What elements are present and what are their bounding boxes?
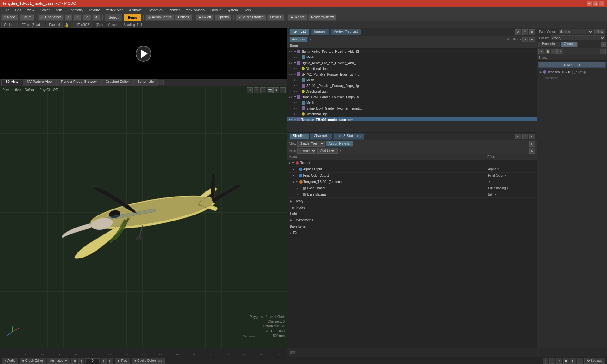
viewport-lock-icon[interactable]: ■ — [273, 87, 279, 93]
filter-settings-icon[interactable]: S — [522, 37, 528, 42]
options3-button[interactable]: Options — [267, 14, 284, 21]
transport-icon-2[interactable]: ⏮ — [549, 358, 555, 364]
menu-animate[interactable]: Animate — [126, 8, 144, 13]
viewport-zoom-fit-icon[interactable]: □ — [260, 87, 266, 93]
options-sub-button[interactable]: Options — [1, 22, 18, 28]
model-mode-button[interactable]: □ Model — [1, 14, 18, 21]
panel-filter-icon[interactable]: F — [529, 29, 535, 35]
shader-alpha-output[interactable]: ● Alpha Output Alpha ▼ — [287, 166, 537, 173]
falloff-button[interactable]: ◆ Falloff — [196, 14, 214, 21]
close-button[interactable]: ✕ — [599, 1, 604, 6]
tree-item[interactable]: ● ● Mesh — [287, 77, 537, 83]
bake-items-section[interactable]: Bake Items — [287, 223, 537, 229]
audio-button[interactable]: ♪ Audio — [2, 358, 18, 364]
tree-item[interactable]: ● ● SP-401_Portable_Runway_Edge_Ligh... — [287, 83, 537, 88]
shading-tab[interactable]: Shading — [289, 133, 309, 140]
lights-section[interactable]: Lights — [287, 210, 537, 217]
vertex-map-tab[interactable]: Vertex Map List — [330, 29, 361, 35]
transport-prev-button[interactable]: ⏴ — [78, 358, 84, 364]
transform-button-4[interactable]: ✥ — [92, 14, 101, 21]
effect-shad-button[interactable]: Effect: (Shad... — [19, 22, 45, 28]
new-group-button[interactable]: New Group — [538, 62, 606, 68]
tree-item[interactable]: ● ● Stone_Bowl_Garden_Fountain_Empty... — [287, 106, 537, 111]
fx-section[interactable]: ● FX — [287, 229, 537, 236]
expand-icon[interactable]: ▼ — [293, 95, 297, 99]
transform-button-2[interactable]: ↺ — [73, 14, 82, 21]
transport-start-button[interactable]: ⏮ — [71, 358, 77, 364]
passes-select[interactable]: (none) — [551, 35, 605, 40]
play-button[interactable]: ▶ Play — [115, 358, 130, 364]
library-section[interactable]: ▶ Library — [287, 198, 537, 204]
transport-next-button[interactable]: ⏵ — [101, 358, 107, 364]
tree-item-tengden[interactable]: ● ● ▼ Tengden_TB-001_modo_base.lxo* — [287, 117, 537, 121]
expand-icon[interactable]: ▼ — [293, 73, 297, 76]
tab-gradient-editor[interactable]: Gradient Editor — [101, 79, 133, 86]
transport-icon-5[interactable]: ⏵ — [570, 358, 576, 364]
sculpt-button[interactable]: Sculpt — [20, 14, 34, 21]
animated-button[interactable]: Animated ▼ — [47, 358, 70, 364]
transform-button-1[interactable]: ↕ — [65, 14, 72, 21]
3d-viewport[interactable]: Perspective Default Ray GL: Off ⚙ ⌂ □ 📷 … — [0, 86, 287, 348]
viewport-settings-icon[interactable]: ⚙ — [247, 87, 253, 93]
expand-icon[interactable]: ▼ — [293, 118, 297, 121]
tree-item[interactable]: ● ● Directional Light — [287, 88, 537, 94]
shader-render-item[interactable]: ● ▼ Render — [287, 160, 537, 166]
transport-icon-1[interactable]: ⏭ — [543, 358, 548, 364]
menu-help[interactable]: Help — [241, 8, 254, 13]
tree-item[interactable]: ● ● Directional Light — [287, 66, 537, 71]
tab-render-preset[interactable]: Render Preset Browser — [57, 79, 101, 86]
maximize-button[interactable]: □ — [593, 1, 598, 6]
minimize-button[interactable]: − — [587, 1, 592, 6]
tab-uv-texture[interactable]: UV Texture View — [23, 79, 57, 86]
filter-f-icon[interactable]: F — [529, 37, 535, 42]
menu-view[interactable]: View — [24, 8, 37, 13]
gear-icon[interactable]: ⚙ — [551, 49, 557, 54]
groups-plus-icon[interactable]: + — [601, 42, 606, 47]
menu-geometry[interactable]: Geometry — [65, 8, 85, 13]
panel-settings-icon[interactable]: ⚙ — [515, 29, 521, 35]
select-through-button[interactable]: ✓ Select Through — [236, 14, 266, 21]
menu-system[interactable]: System — [224, 8, 241, 13]
auto-select-button[interactable]: ✓ Auto Select — [38, 14, 64, 21]
add-tab-button[interactable]: + — [158, 80, 164, 85]
settings-button[interactable]: ⚙ Settings — [584, 358, 605, 364]
nodes-section[interactable]: ▶ Nodes — [287, 204, 537, 210]
tree-item[interactable]: ● ● Mesh — [287, 54, 537, 60]
tree-item[interactable]: ● ● ▼ Signia_Active_Pro_are_Hearing_Aids… — [287, 60, 537, 66]
shading-expand-icon[interactable]: □ — [522, 134, 528, 139]
menu-texture[interactable]: Texture — [86, 8, 103, 13]
menu-select[interactable]: Select — [37, 8, 52, 13]
viewport-home-icon[interactable]: ⌂ — [254, 87, 259, 93]
render-button[interactable]: ■ Render — [288, 14, 307, 21]
menu-vertex-map[interactable]: Vertex Map — [103, 8, 126, 13]
layer-s-icon[interactable]: S — [529, 148, 535, 154]
graph-editor-button[interactable]: ■ Graph Editor — [20, 358, 46, 364]
transport-end-button[interactable]: ⏭ — [108, 358, 113, 364]
channels-tab[interactable]: Channels — [310, 133, 332, 140]
lut-button[interactable]: LUT: sRGB — [71, 22, 92, 28]
transport-icon-3[interactable]: ● — [556, 358, 562, 364]
shader-tengden-group[interactable]: ● ▼ Tengden_TB-001 (2) (Item) ▼ — [287, 179, 537, 185]
tree-item[interactable]: ● ● Mesh — [287, 100, 537, 106]
play-preview-button[interactable] — [136, 46, 151, 62]
options1-button[interactable]: Options — [175, 14, 192, 21]
tree-item[interactable]: ● ● ▼ Signia_Active_Pro_are_Hearing_Aids… — [287, 49, 537, 54]
groups-tab[interactable]: Groups — [561, 42, 578, 47]
select-mode-tab[interactable]: Select — [105, 14, 123, 21]
viewport-more-icon[interactable]: ⋯ — [280, 87, 286, 93]
shader-base-material[interactable]: ● Base Material (all) ▼ — [287, 191, 537, 198]
new-pass-group-button[interactable]: New — [594, 29, 605, 34]
filter-select[interactable]: (none) — [297, 148, 316, 154]
items-mode-tab[interactable]: Items — [124, 14, 141, 21]
tab-3d-view[interactable]: 3D View — [1, 79, 22, 86]
assign-material-button[interactable]: Assign Material — [326, 141, 353, 147]
properties-tab[interactable]: Properties — [538, 42, 560, 47]
shader-base-shader[interactable]: ● Base Shader Full Shading ▼ — [287, 185, 537, 191]
expand-icon[interactable]: ▼ — [293, 50, 297, 53]
add-layer-button[interactable]: Add Layer — [317, 148, 338, 154]
shader-tree-select[interactable]: Shader Tree — [297, 141, 325, 147]
add-item-button[interactable]: Add Item — [289, 37, 308, 42]
paused-button[interactable]: Paused — [46, 22, 63, 28]
transport-icon-4[interactable]: ⏹ — [563, 358, 569, 364]
shading-filter-icon[interactable]: F — [529, 134, 535, 139]
